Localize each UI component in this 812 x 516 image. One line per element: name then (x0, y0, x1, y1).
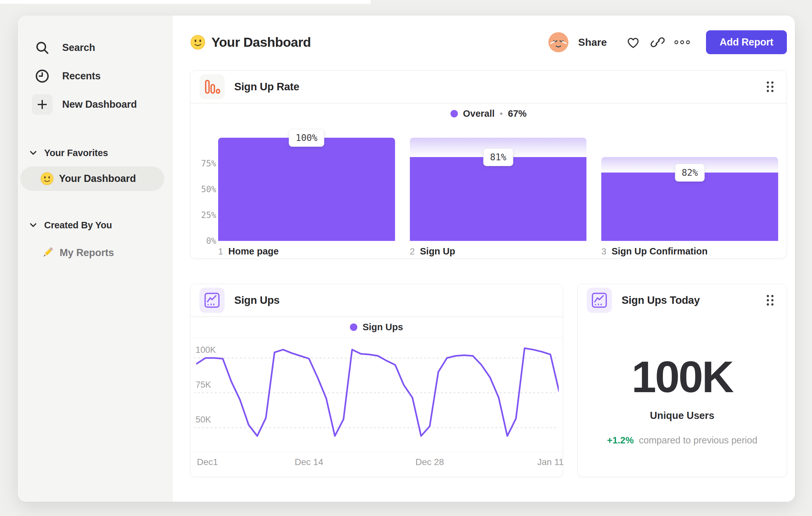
page-title: Your Dashboard (211, 35, 311, 50)
sidebar-item-label: Search (62, 42, 95, 54)
app-window: Search Recents New Dashboard Your Favori… (18, 16, 795, 502)
legend-dot (350, 323, 357, 331)
line-chart-icon (587, 288, 612, 313)
step-number: 3 (601, 246, 606, 257)
section-header-label: Your Favorites (44, 148, 108, 158)
line-series (197, 348, 559, 436)
sign-ups-today-card: Sign Ups Today 100K Unique Users +1.2% c… (577, 284, 787, 477)
sidebar-item-label: New Dashboard (62, 99, 137, 110)
sidebar: Search Recents New Dashboard Your Favori… (18, 16, 172, 502)
sidebar-item-recents[interactable]: Recents (18, 62, 172, 90)
sidebar-item-my-reports[interactable]: My Reports (18, 243, 172, 263)
plus-icon (32, 94, 53, 115)
stat-metric-label: Unique Users (650, 410, 714, 422)
sidebar-item-label: My Reports (60, 247, 114, 259)
legend-dot (451, 110, 458, 117)
y-axis-tick: 100K (196, 345, 216, 355)
funnel-step-label: 3Sign Up Confirmation (601, 246, 778, 257)
stat-value: 100K (632, 354, 733, 399)
step-number: 1 (218, 246, 223, 257)
funnel-bar-fill (218, 138, 395, 241)
stat-delta-note: compared to previous period (639, 435, 758, 446)
x-axis-tick: Jan 11 (537, 457, 563, 467)
x-axis-tick: Dec 28 (415, 457, 444, 467)
funnel-bar[interactable]: 81% (410, 128, 587, 241)
funnel-value-badge: 82% (675, 164, 705, 182)
sidebar-section-created-by-you[interactable]: Created By You (18, 215, 172, 235)
section-header-label: Created By You (44, 220, 112, 230)
sidebar-item-your-dashboard[interactable]: Your Dashboard (20, 166, 164, 191)
sign-ups-card: Sign Ups Sign Ups 100K75K50K Dec1Dec 14D… (190, 284, 563, 477)
sidebar-item-label: Recents (62, 70, 100, 82)
bar-chart-icon (199, 74, 225, 99)
stat-body: 100K Unique Users +1.2% compared to prev… (578, 316, 787, 477)
favorite-heart-button[interactable] (621, 32, 645, 52)
funnel-bar-fill (601, 172, 778, 241)
x-axis-tick: Dec1 (197, 457, 218, 467)
more-options-button[interactable] (670, 32, 694, 52)
sidebar-item-search[interactable]: Search (18, 33, 172, 62)
line-legend: Sign Ups (191, 317, 562, 338)
step-name: Home page (228, 246, 279, 257)
dashboard-header: Your Dashboard Share Add Report (190, 29, 787, 55)
sidebar-item-label: Your Dashboard (59, 173, 136, 185)
avatar[interactable] (548, 32, 569, 52)
legend-separator: • (500, 109, 503, 119)
y-axis-tick: 75% (201, 159, 216, 168)
legend-value: 67% (508, 108, 526, 119)
sign-up-rate-card: Sign Up Rate Overall • 67% 75%50%25%0% 1… (190, 70, 787, 259)
chevron-down-icon (29, 150, 37, 156)
pencil-emoji-icon (40, 246, 54, 260)
line-chart-icon (199, 288, 225, 313)
line-chart-x-axis: Dec1Dec 14Dec 28Jan 11 (194, 452, 559, 470)
legend-label: Overall (463, 108, 495, 119)
funnel-value-badge: 81% (483, 148, 513, 166)
y-axis-tick: 50K (196, 415, 211, 425)
share-button[interactable]: Share (578, 36, 607, 48)
line-chart-plot[interactable]: 100K75K50K (191, 338, 562, 452)
clock-icon (32, 66, 53, 86)
drag-handle-icon[interactable] (763, 77, 778, 96)
y-axis-tick: 25% (201, 210, 216, 220)
funnel-value-badge: 100% (289, 129, 324, 147)
step-name: Sign Up Confirmation (612, 246, 707, 257)
funnel-y-axis: 75%50%25%0% (195, 128, 218, 241)
card-title: Sign Up Rate (234, 81, 753, 93)
funnel-bars: 100%81%82% (218, 128, 787, 241)
sidebar-item-new-dashboard[interactable]: New Dashboard (18, 90, 172, 119)
y-axis-tick: 0% (206, 236, 216, 246)
funnel-bar[interactable]: 100% (218, 128, 395, 241)
sidebar-section-your-favorites[interactable]: Your Favorites (18, 143, 172, 163)
chevron-down-icon (29, 222, 37, 228)
smiley-emoji-icon (40, 172, 54, 185)
legend-label: Sign Ups (362, 322, 403, 332)
smiley-emoji-icon (190, 34, 206, 50)
line-chart-svg[interactable]: 100K75K50K (194, 338, 559, 452)
stat-delta-positive: +1.2% (607, 435, 634, 446)
funnel-step-labels: 1Home page2Sign Up3Sign Up Confirmation (191, 241, 787, 257)
funnel-bar-fill (410, 157, 587, 241)
add-report-button[interactable]: Add Report (706, 30, 787, 54)
funnel-legend: Overall • 67% (191, 104, 787, 124)
funnel-bar[interactable]: 82% (601, 128, 778, 241)
window-top-strip (0, 0, 371, 4)
y-axis-tick: 75K (196, 380, 211, 389)
step-number: 2 (410, 246, 415, 257)
main-area: Your Dashboard Share Add Report (172, 16, 795, 502)
step-name: Sign Up (420, 246, 455, 257)
x-axis-tick: Dec 14 (295, 457, 323, 467)
copy-link-button[interactable] (645, 32, 670, 52)
card-title: Sign Ups Today (621, 294, 753, 306)
funnel-step-label: 1Home page (218, 246, 395, 257)
search-icon (32, 37, 53, 58)
card-title: Sign Ups (234, 294, 554, 306)
drag-handle-icon[interactable] (763, 291, 778, 309)
funnel-step-label: 2Sign Up (410, 246, 587, 257)
y-axis-tick: 50% (201, 185, 216, 194)
